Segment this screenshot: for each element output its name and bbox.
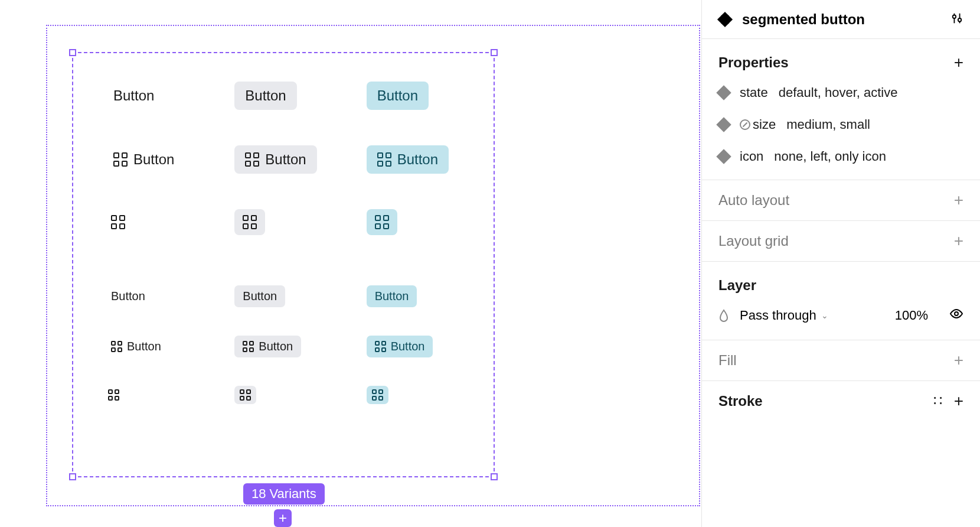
canvas-area[interactable]: Button Button Button Button Button Butto… [0,0,701,527]
grid-icon [108,389,119,401]
variant-active-icononly-medium[interactable] [367,209,397,235]
grid-icon [111,215,125,229]
button-label: Button [113,87,154,104]
grid-icon [375,341,386,352]
grid-icon [113,152,128,167]
svg-point-1 [953,15,956,18]
property-row-state[interactable]: state default, hover, active [718,85,963,100]
add-auto-layout-button[interactable]: + [954,192,963,209]
add-stroke-button[interactable]: + [954,393,963,409]
grid-icon [111,341,122,352]
property-name: icon [740,149,763,164]
property-values: none, left, only icon [774,149,886,164]
grid-icon [243,215,257,229]
variant-hover-left-small[interactable]: Button [234,336,301,357]
auto-layout-title: Auto layout [718,192,789,209]
stroke-title: Stroke [718,393,763,409]
properties-list: state default, hover, active size medium… [718,85,963,164]
variant-hover-none-small[interactable]: Button [234,285,285,307]
variant-property-icon [716,117,731,132]
button-label: Button [259,340,293,353]
layer-section: Layer Pass through ⌄ 100% [702,262,980,340]
adjust-icon[interactable] [950,12,963,27]
stroke-section[interactable]: Stroke ∷ + [702,381,980,421]
variant-default-left-medium[interactable]: Button [103,145,185,174]
button-label: Button [243,289,277,303]
variant-hover-none-medium[interactable]: Button [234,82,296,110]
plus-icon: + [279,510,287,526]
variant-hover-icononly-medium[interactable] [234,209,265,235]
variant-active-none-small[interactable]: Button [367,285,417,307]
visibility-toggle[interactable] [949,307,963,324]
property-row-icon[interactable]: icon none, left, only icon [718,149,963,164]
grid-icon [375,215,389,229]
grid-icon [372,389,383,401]
chevron-down-icon: ⌄ [821,311,828,320]
grid-icon [377,152,391,167]
properties-title: Properties [718,54,789,71]
svg-point-4 [955,312,958,315]
button-label: Button [377,87,418,104]
variant-property-icon [716,85,731,100]
layout-grid-section[interactable]: Layout grid + [702,221,980,262]
grid-icon [243,341,254,352]
stroke-style-button[interactable]: ∷ [933,393,941,409]
resize-handle-top-right[interactable] [491,49,498,56]
variant-active-icononly-small[interactable] [367,386,388,404]
add-variant-button[interactable]: + [274,509,292,527]
blend-mode-value: Pass through [740,308,816,323]
button-label: Button [375,289,409,303]
variant-default-none-small[interactable]: Button [103,285,153,307]
panel-header: segmented button [702,0,980,39]
button-label: Button [133,151,174,168]
variant-default-left-small[interactable]: Button [103,336,169,357]
unused-property-icon [740,119,750,130]
properties-section: Properties + state default, hover, activ… [702,39,980,180]
property-values: medium, small [786,117,870,132]
property-name: state [740,85,768,100]
property-row-size[interactable]: size medium, small [718,117,963,132]
resize-handle-bottom-left[interactable] [69,473,76,480]
fill-section[interactable]: Fill + [702,340,980,381]
component-name[interactable]: segmented button [742,11,940,28]
resize-handle-top-left[interactable] [69,49,76,56]
add-fill-button[interactable]: + [954,352,963,369]
blend-mode-icon [718,309,729,322]
resize-handle-bottom-right[interactable] [491,473,498,480]
variant-active-none-medium[interactable]: Button [367,82,429,110]
variant-default-icononly-medium[interactable] [103,209,133,235]
variant-hover-icononly-small[interactable] [234,386,256,404]
blend-mode-select[interactable]: Pass through ⌄ [740,308,884,323]
design-panel: segmented button Properties + state defa… [701,0,980,527]
add-property-button[interactable]: + [954,54,963,71]
button-label: Button [245,87,286,104]
property-name: size [740,117,776,132]
fill-title: Fill [718,352,737,369]
variants-grid: Button Button Button Button Button Butto… [103,82,469,440]
property-values: default, hover, active [779,85,898,100]
button-label: Button [265,151,306,168]
variant-hover-left-medium[interactable]: Button [234,145,316,174]
svg-point-3 [958,18,962,22]
grid-icon [245,152,259,167]
button-label: Button [391,340,425,353]
opacity-value[interactable]: 100% [895,308,928,323]
grid-icon [240,389,251,401]
variants-count-badge: 18 Variants [243,483,325,505]
auto-layout-section[interactable]: Auto layout + [702,180,980,221]
layout-grid-title: Layout grid [718,233,789,249]
button-label: Button [127,340,161,353]
button-label: Button [111,289,145,303]
variant-property-icon [716,149,731,164]
add-layout-grid-button[interactable]: + [954,233,963,249]
layer-title: Layer [718,277,756,294]
variant-default-none-medium[interactable]: Button [103,82,165,110]
button-label: Button [397,151,438,168]
variant-default-icononly-small[interactable] [103,386,125,404]
variant-active-left-medium[interactable]: Button [367,145,449,174]
component-icon [718,13,731,26]
variant-active-left-small[interactable]: Button [367,336,433,357]
